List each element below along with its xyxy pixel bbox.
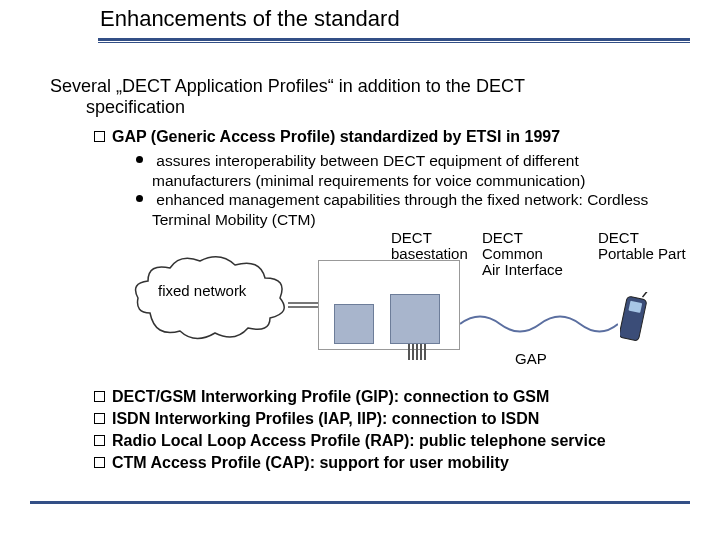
common-l2: Common	[482, 246, 543, 262]
lead-line1: Several „DECT Application Profiles“ in a…	[50, 76, 525, 96]
sub-bullet-2-line1: enhanced management capabilities through…	[156, 191, 648, 208]
slide-title: Enhancements of the standard	[100, 6, 400, 32]
pp-l2: Portable Part	[598, 246, 686, 262]
svg-line-2	[643, 292, 649, 298]
dect-diagram: fixed network DECT basestation DECT Comm…	[120, 230, 680, 370]
pp-l1: DECT	[598, 230, 639, 246]
portable-part-label: DECT Portable Part	[598, 230, 708, 246]
bullet-rap: Radio Local Loop Access Profile (RAP): p…	[94, 432, 690, 450]
basestation-module-icon	[334, 304, 374, 344]
bullet-gip: DECT/GSM Interworking Profile (GIP): con…	[94, 388, 690, 406]
common-air-label: DECT Common Air Interface	[482, 230, 592, 262]
bullet-iap: ISDN Interworking Profiles (IAP, IIP): c…	[94, 410, 690, 428]
antenna-icon	[408, 344, 424, 362]
lead-text: Several „DECT Application Profiles“ in a…	[50, 76, 690, 117]
fixed-network-label: fixed network	[158, 282, 246, 299]
basestation-module-icon	[390, 294, 440, 344]
basestation-label: DECT basestation	[346, 230, 436, 246]
common-l1: DECT	[482, 230, 523, 246]
sub-bullet-2-line2: Terminal Mobility (CTM)	[152, 211, 680, 229]
sub-bullet-1: assures interoperability between DECT eq…	[136, 152, 680, 170]
basestation-l2: basestation	[391, 246, 468, 262]
common-l3: Air Interface	[482, 262, 563, 278]
sub-bullet-list: assures interoperability between DECT eq…	[136, 152, 680, 229]
footer-rule	[30, 501, 690, 504]
sub-bullet-1-line2: manufacturers (minimal requirements for …	[152, 172, 680, 190]
bullet-cap: CTM Access Profile (CAP): support for us…	[94, 454, 690, 472]
bullet-gap: GAP (Generic Access Profile) standardize…	[94, 128, 560, 146]
basestation-l1: DECT	[391, 230, 432, 246]
gap-label: GAP	[515, 350, 547, 367]
sub-bullet-1-line1: assures interoperability between DECT eq…	[156, 152, 578, 169]
lead-line2: specification	[86, 97, 690, 118]
sub-bullet-2: enhanced management capabilities through…	[136, 191, 680, 209]
slide: Enhancements of the standard Several „DE…	[0, 0, 720, 540]
title-underline	[98, 38, 690, 43]
